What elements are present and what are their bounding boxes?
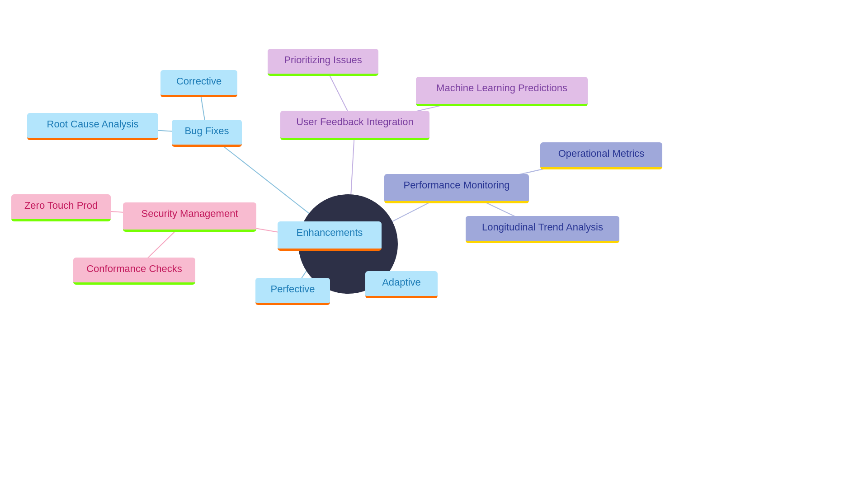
root-cause-node[interactable]: Root Cause Analysis bbox=[27, 113, 158, 140]
security-management-node[interactable]: Security Management bbox=[123, 202, 256, 232]
ml-predictions-node[interactable]: Machine Learning Predictions bbox=[416, 77, 588, 106]
performance-monitoring-node[interactable]: Performance Monitoring bbox=[384, 174, 529, 203]
enhancements-node[interactable]: Enhancements bbox=[278, 221, 382, 251]
adaptive-node[interactable]: Adaptive bbox=[365, 271, 438, 298]
longitudinal-trend-node[interactable]: Longitudinal Trend Analysis bbox=[466, 216, 619, 243]
user-feedback-node[interactable]: User Feedback Integration bbox=[280, 111, 429, 140]
zero-touch-node[interactable]: Zero Touch Prod bbox=[11, 194, 111, 221]
perfective-node[interactable]: Perfective bbox=[255, 278, 330, 305]
bug-fixes-node[interactable]: Bug Fixes bbox=[172, 120, 242, 147]
corrective-node[interactable]: Corrective bbox=[160, 70, 237, 97]
conformance-checks-node[interactable]: Conformance Checks bbox=[73, 258, 195, 285]
operational-metrics-node[interactable]: Operational Metrics bbox=[540, 142, 662, 169]
prioritizing-issues-node[interactable]: Prioritizing Issues bbox=[268, 49, 378, 76]
